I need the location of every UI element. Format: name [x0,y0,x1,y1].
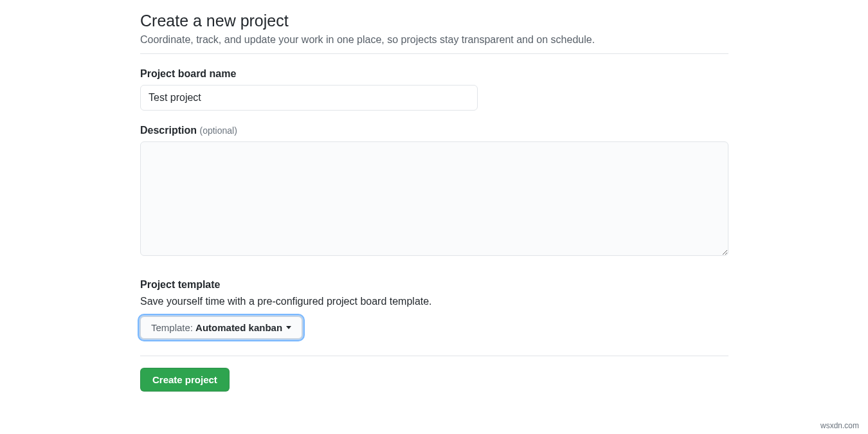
template-prefix: Template: [151,322,193,333]
create-project-button[interactable]: Create project [140,368,230,392]
create-project-form: Create a new project Coordinate, track, … [140,0,728,392]
caret-down-icon [286,326,291,329]
template-label: Project template [140,279,728,291]
project-name-input[interactable] [140,85,478,111]
template-dropdown[interactable]: Template: Automated kanban [140,316,302,339]
divider [140,53,728,54]
description-optional-hint: (optional) [199,125,237,136]
description-textarea[interactable] [140,141,728,256]
template-description: Save yourself time with a pre-configured… [140,296,728,307]
divider [140,356,728,356]
template-selected-value: Automated kanban [195,322,282,333]
page-subtitle: Coordinate, track, and update your work … [140,34,728,46]
description-label: Description (optional) [140,125,728,136]
description-label-text: Description [140,125,197,136]
project-name-label: Project board name [140,68,728,80]
watermark: wsxdn.com [820,421,859,430]
page-title: Create a new project [140,12,728,30]
